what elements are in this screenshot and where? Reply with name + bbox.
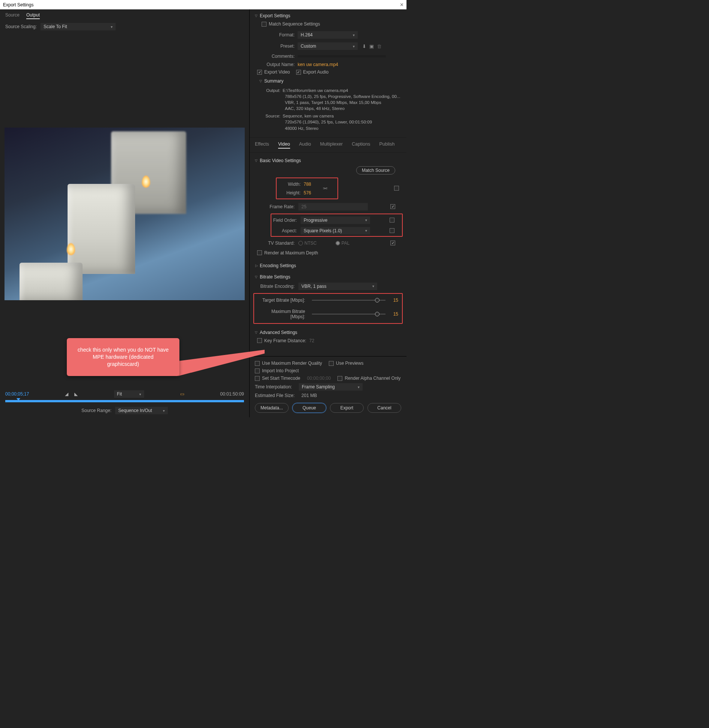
render-alpha-checkbox[interactable] — [337, 376, 342, 381]
zoom-fit-dropdown[interactable]: Fit▾ — [114, 390, 144, 398]
match-source-button[interactable]: Match Source — [356, 166, 395, 174]
source-range-label: Source Range: — [81, 408, 111, 413]
subtab-publish[interactable]: Publish — [379, 141, 395, 149]
fieldorder-match-checkbox[interactable] — [390, 218, 394, 223]
render-max-depth-checkbox[interactable] — [257, 250, 262, 255]
match-sequence-checkbox[interactable] — [262, 22, 266, 27]
export-audio-checkbox[interactable] — [296, 70, 301, 75]
target-bitrate-value[interactable]: 15 — [389, 298, 398, 303]
subtab-audio[interactable]: Audio — [299, 141, 311, 149]
keyframe-value: 72 — [309, 338, 314, 343]
aspect-match-checkbox[interactable] — [390, 228, 394, 233]
aspect-correction-icon[interactable]: ▭ — [179, 391, 186, 397]
target-bitrate-slider[interactable] — [312, 300, 385, 301]
mark-in-icon[interactable]: ◢ — [63, 391, 70, 397]
metadata-button[interactable]: Metadata... — [255, 403, 289, 413]
advanced-settings-header[interactable]: ▽Advanced Settings — [250, 326, 406, 337]
source-range-dropdown[interactable]: Sequence In/Out▾ — [115, 407, 168, 414]
time-interpolation-dropdown[interactable]: Frame Sampling▾ — [299, 383, 363, 391]
queue-button[interactable]: Queue — [292, 403, 326, 413]
output-name-link[interactable]: ken uw camera.mp4 — [298, 62, 338, 67]
set-start-tc-checkbox[interactable] — [255, 376, 260, 381]
bitrate-settings-header[interactable]: ▽Bitrate Settings — [250, 271, 406, 282]
max-bitrate-slider[interactable] — [312, 314, 385, 314]
aspect-dropdown[interactable]: Square Pixels (1.0)▾ — [301, 227, 370, 235]
height-value[interactable]: 576 — [304, 190, 311, 196]
delete-preset-icon[interactable]: 🗑 — [377, 44, 382, 49]
preview-image — [5, 128, 245, 300]
match-sequence-label: Match Sequence Settings — [269, 21, 320, 27]
pal-radio[interactable] — [336, 241, 340, 245]
framerate-match-checkbox[interactable] — [390, 204, 395, 209]
current-timecode[interactable]: 00;00;05;17 — [5, 391, 29, 397]
subtab-multiplexer[interactable]: Multiplexer — [320, 141, 343, 149]
playhead-icon[interactable] — [17, 398, 20, 401]
basic-video-header[interactable]: ▽Basic Video Settings — [250, 154, 406, 165]
subtab-effects[interactable]: Effects — [255, 141, 269, 149]
link-icon[interactable]: ⫘ — [322, 185, 328, 191]
annotation-callout: check this only when you do NOT have MPE… — [67, 338, 179, 376]
width-value[interactable]: 788 — [304, 182, 311, 187]
duration-timecode: 00:01:50:09 — [220, 391, 244, 397]
summary-header[interactable]: ▽Summary — [250, 75, 406, 86]
comments-input[interactable] — [298, 55, 386, 57]
encoding-settings-header[interactable]: ▽Encoding Settings — [250, 259, 406, 271]
subtab-video[interactable]: Video — [278, 141, 290, 149]
framerate-dropdown[interactable]: 25 — [298, 203, 368, 211]
close-icon[interactable]: × — [400, 2, 403, 8]
export-video-checkbox[interactable] — [257, 70, 262, 75]
save-preset-icon[interactable]: ⬇ — [362, 44, 366, 49]
window-title: Export Settings — [3, 2, 33, 8]
preview-tabs: Source Output — [0, 9, 249, 21]
export-button[interactable]: Export — [330, 403, 364, 413]
keyframe-distance-checkbox[interactable] — [257, 338, 262, 343]
cancel-button[interactable]: Cancel — [367, 403, 401, 413]
wh-match-checkbox[interactable] — [394, 186, 399, 191]
tab-output[interactable]: Output — [26, 12, 40, 19]
max-bitrate-value[interactable]: 15 — [389, 311, 398, 317]
format-dropdown[interactable]: H.264▾ — [298, 31, 358, 39]
source-scaling-dropdown[interactable]: Scale To Fit▾ — [41, 23, 116, 30]
tab-source[interactable]: Source — [5, 12, 20, 19]
use-previews-checkbox[interactable] — [329, 361, 334, 366]
import-preset-icon[interactable]: ▣ — [369, 44, 374, 49]
chevron-down-icon: ▽ — [255, 14, 257, 18]
preset-dropdown[interactable]: Custom▾ — [298, 42, 358, 50]
titlebar: Export Settings × — [0, 0, 406, 9]
tvstd-match-checkbox[interactable] — [390, 241, 395, 245]
timeline-scrubber[interactable] — [5, 400, 244, 402]
source-scaling-label: Source Scaling: — [5, 24, 37, 29]
estimated-size-value: 201 MB — [301, 393, 317, 398]
summary-text: Output:E:\Test\forum\ken uw camera.mp4 7… — [250, 86, 406, 135]
bitrate-encoding-dropdown[interactable]: VBR, 1 pass▾ — [298, 283, 377, 290]
export-settings-header[interactable]: ▽ Export Settings — [250, 9, 406, 21]
svg-marker-0 — [178, 350, 265, 376]
fieldorder-dropdown[interactable]: Progressive▾ — [301, 217, 370, 224]
start-timecode: 00;00;00;00 — [307, 376, 331, 381]
mark-out-icon[interactable]: ◣ — [73, 391, 79, 397]
subtab-captions[interactable]: Captions — [352, 141, 370, 149]
ntsc-radio[interactable] — [298, 241, 303, 245]
